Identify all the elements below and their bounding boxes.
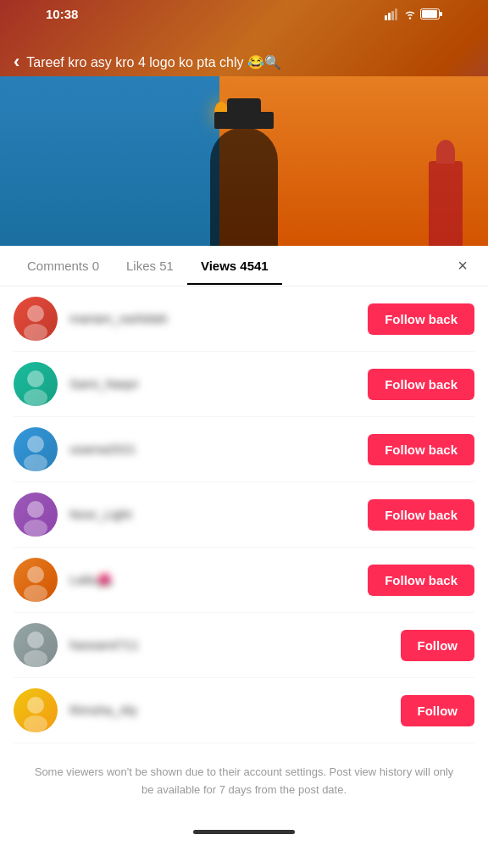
follow-back-button[interactable]: Follow back [368, 499, 474, 531]
svg-point-17 [24, 585, 47, 602]
graduation-hat [214, 112, 274, 129]
home-indicator [0, 820, 488, 841]
username-area: mariam_rashidah [69, 311, 368, 326]
avatar-img [14, 297, 58, 341]
avatar [14, 492, 58, 537]
avatar-img [14, 688, 58, 732]
viewer-row: mariam_rashidahFollow back [14, 287, 474, 352]
avatar-img [14, 558, 58, 602]
tab-views[interactable]: Views 4541 [187, 247, 282, 285]
svg-rect-6 [440, 12, 442, 16]
svg-rect-1 [388, 13, 391, 20]
viewer-row: hassan4711Follow [14, 613, 474, 678]
svg-point-21 [24, 715, 47, 732]
svg-point-16 [27, 566, 44, 583]
footer-note: Some viewers won't be shown due to their… [0, 743, 488, 820]
svg-point-9 [24, 324, 47, 341]
svg-point-10 [27, 370, 44, 387]
viewer-row: Rimsha_AlyFollow [14, 678, 474, 743]
username-area: Sami_Naqvi [69, 376, 368, 392]
follow-button[interactable]: Follow [401, 695, 475, 726]
viewer-row: Sami_NaqviFollow back [14, 352, 474, 417]
guard-figure [429, 161, 463, 246]
viewer-row: Laila🌺Follow back [14, 548, 474, 613]
svg-point-15 [24, 520, 47, 537]
person-figure [210, 127, 278, 246]
status-bar: 10:38 [46, 7, 442, 21]
svg-rect-7 [422, 10, 437, 18]
username-area: Noor_Light [69, 507, 368, 522]
viewer-row: usama2021Follow back [14, 417, 474, 482]
follow-button[interactable]: Follow [401, 630, 475, 661]
username-text: usama2021 [69, 442, 136, 456]
video-section: 10:38 ‹ [0, 0, 488, 246]
svg-point-14 [27, 501, 44, 518]
video-title-bar: ‹ Tareef kro asy kro 4 logo ko pta chly … [14, 51, 474, 73]
tab-comments[interactable]: Comments 0 [14, 247, 113, 285]
svg-point-8 [27, 305, 44, 322]
avatar [14, 623, 58, 667]
username-text: Sami_Naqvi [69, 376, 138, 391]
username-area: Laila🌺 [69, 572, 368, 587]
svg-rect-2 [391, 11, 394, 20]
video-title: Tareef kro asy kro 4 logo ko pta chly 😂🔍 [26, 54, 474, 70]
username-text: Laila🌺 [69, 572, 113, 587]
close-button[interactable]: × [451, 249, 474, 282]
battery-icon [420, 8, 442, 19]
svg-point-11 [24, 389, 47, 406]
follow-back-button[interactable]: Follow back [368, 369, 474, 400]
avatar [14, 558, 58, 602]
follow-back-button[interactable]: Follow back [368, 303, 474, 335]
viewer-row: Noor_LightFollow back [14, 482, 474, 548]
username-area: hassan4711 [69, 637, 401, 653]
username-text: hassan4711 [69, 637, 139, 652]
home-bar [193, 830, 295, 834]
svg-point-20 [27, 697, 44, 714]
wifi-icon [403, 9, 417, 19]
signal-icon [385, 8, 400, 20]
svg-point-18 [27, 632, 44, 648]
avatar [14, 427, 58, 471]
svg-rect-0 [385, 15, 387, 20]
viewers-list: mariam_rashidahFollow back Sami_NaqviFol… [0, 287, 488, 743]
svg-rect-3 [395, 8, 397, 20]
avatar-img [14, 427, 58, 471]
svg-point-19 [24, 650, 47, 667]
avatar [14, 297, 58, 341]
svg-point-12 [27, 436, 44, 453]
username-area: usama2021 [69, 442, 368, 457]
svg-point-13 [24, 454, 47, 471]
blue-wall [0, 76, 234, 246]
time: 10:38 [46, 7, 78, 21]
tabs-bar: Comments 0 Likes 51 Views 4541 × [0, 246, 488, 287]
avatar [14, 362, 58, 406]
follow-back-button[interactable]: Follow back [368, 565, 474, 596]
username-text: Rimsha_Aly [69, 703, 137, 717]
tab-likes[interactable]: Likes 51 [113, 247, 187, 285]
avatar [14, 688, 58, 732]
avatar-img [14, 492, 58, 537]
username-text: Noor_Light [69, 507, 131, 521]
username-area: Rimsha_Aly [69, 703, 401, 718]
follow-back-button[interactable]: Follow back [368, 434, 474, 465]
status-icons [385, 8, 442, 20]
svg-point-4 [409, 17, 411, 19]
avatar-img [14, 362, 58, 406]
back-arrow[interactable]: ‹ [14, 51, 19, 73]
avatar-img [14, 623, 58, 667]
username-text: mariam_rashidah [69, 311, 168, 326]
video-scene [0, 76, 488, 246]
